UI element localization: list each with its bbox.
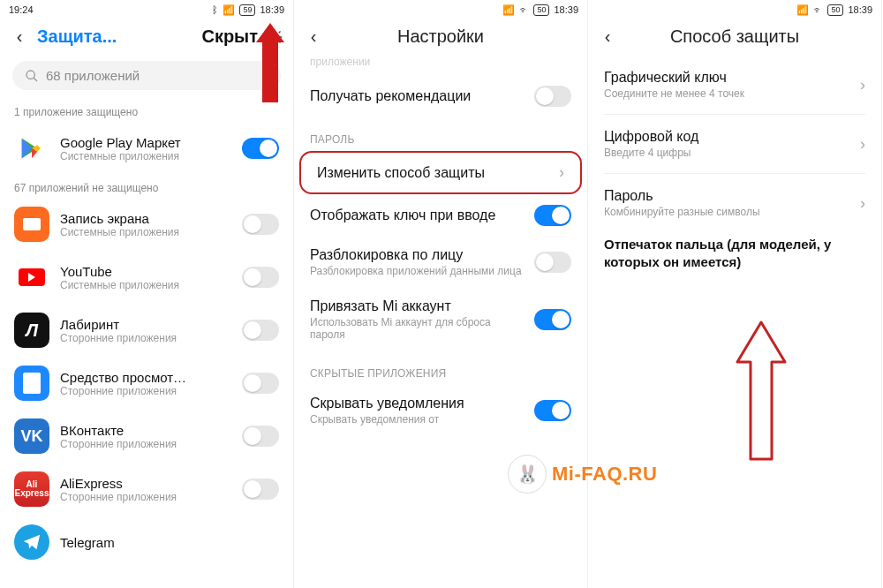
row-bind-mi[interactable]: Привязать Mi аккаунт Использовать Mi акк… — [294, 288, 587, 351]
setting-title: Отображать ключ при вводе — [310, 207, 525, 223]
toggle[interactable] — [242, 373, 279, 394]
back-icon[interactable]: ‹ — [597, 26, 618, 47]
battery-indicator: 50 — [827, 4, 843, 16]
chevron-right-icon: › — [860, 135, 865, 154]
page-title: Настройки — [331, 26, 550, 47]
app-title: ВКонтакте — [60, 423, 231, 438]
gear-icon[interactable] — [265, 27, 284, 47]
panel-settings: 📶 ᯤ 50 18:39 ‹ Настройки приложении Полу… — [294, 0, 588, 588]
toggle[interactable] — [242, 320, 279, 341]
setting-title: Изменить способ защиты — [317, 165, 550, 181]
row-recommendations[interactable]: Получать рекомендации — [294, 75, 587, 117]
panel-protection-method: 📶 ᯤ 50 18:39 ‹ Способ защиты Графический… — [588, 0, 882, 588]
header: ‹ Защита... Скрыт — [0, 19, 293, 56]
signal-icon: 📶 — [796, 4, 809, 16]
header: ‹ Способ защиты — [588, 19, 881, 56]
google-play-icon — [14, 131, 49, 166]
toggle[interactable] — [534, 252, 571, 273]
bluetooth-icon: ᛒ — [212, 4, 218, 15]
faded-prev-text: приложении — [294, 56, 587, 75]
status-time-right: 18:39 — [554, 4, 578, 15]
doc-icon — [14, 366, 49, 401]
svg-point-0 — [273, 34, 277, 39]
method-pattern[interactable]: Графический ключ Соедините не менее 4 то… — [588, 56, 881, 114]
youtube-icon — [14, 260, 49, 295]
app-row-viewer[interactable]: Средство просмот… Сторонние приложения — [0, 357, 293, 410]
app-title: Средство просмот… — [60, 370, 231, 385]
app-title: Лабиринт — [60, 317, 231, 332]
setting-title: Разблокировка по лицу — [310, 247, 525, 263]
app-row-labirint[interactable]: Л Лабиринт Сторонние приложения — [0, 304, 293, 357]
method-sub: Комбинируйте разные символы — [604, 206, 860, 218]
back-icon[interactable]: ‹ — [303, 26, 324, 47]
method-password[interactable]: Пароль Комбинируйте разные символы › — [588, 174, 881, 232]
app-row-vk[interactable]: VK ВКонтакте Сторонние приложения — [0, 410, 293, 463]
app-row-aliexpress[interactable]: AliExpress AliExpress Сторонние приложен… — [0, 463, 293, 516]
status-bar: 📶 ᯤ 50 18:39 — [294, 0, 587, 19]
search-placeholder: 68 приложений — [46, 68, 140, 83]
status-bar: 📶 ᯤ 50 18:39 — [588, 0, 881, 19]
telegram-icon — [14, 524, 49, 560]
protected-caption: 1 приложение защищено — [0, 99, 293, 122]
battery-indicator: 59 — [239, 4, 255, 16]
chevron-right-icon: › — [559, 163, 564, 182]
toggle[interactable] — [534, 86, 571, 107]
status-bar: 19:24 ᛒ 📶 59 18:39 — [0, 0, 293, 19]
toggle[interactable] — [534, 205, 571, 226]
row-change-method[interactable]: Изменить способ защиты › — [301, 153, 580, 192]
setting-title: Получать рекомендации — [310, 88, 525, 104]
status-time-right: 18:39 — [260, 4, 284, 15]
status-time-left: 19:24 — [9, 4, 34, 15]
section-hidden-apps: СКРЫТЫЕ ПРИЛОЖЕНИЯ — [294, 351, 587, 385]
app-title: Google Play Маркет — [60, 135, 231, 150]
app-row-screen-recorder[interactable]: Запись экрана Системные приложения — [0, 198, 293, 251]
aliexpress-icon: AliExpress — [14, 471, 49, 507]
setting-sub: Использовать Mi аккаунт для сброса парол… — [310, 316, 525, 341]
app-row-google-play[interactable]: Google Play Маркет Системные приложения — [0, 122, 293, 175]
screen-recorder-icon — [14, 207, 49, 242]
toggle[interactable] — [242, 426, 279, 447]
unprotected-caption: 67 приложений не защищено — [0, 175, 293, 198]
back-icon[interactable]: ‹ — [9, 26, 30, 47]
method-sub: Введите 4 цифры — [604, 147, 860, 159]
search-input[interactable]: 68 приложений — [12, 61, 281, 90]
signal-icon: 📶 — [502, 4, 515, 16]
app-sub: Системные приложения — [60, 279, 231, 291]
app-title: AliExpress — [60, 476, 231, 491]
tab-protect[interactable]: Защита... — [37, 26, 194, 47]
app-sub: Сторонние приложения — [60, 385, 231, 397]
app-sub: Системные приложения — [60, 150, 231, 162]
page-title: Способ защиты — [625, 26, 844, 47]
tab-hide[interactable]: Скрыт — [201, 26, 258, 47]
setting-title: Привязать Mi аккаунт — [310, 298, 525, 314]
section-password: ПАРОЛЬ — [294, 117, 587, 151]
row-hide-notifications[interactable]: Скрывать уведомления Скрывать уведомлени… — [294, 385, 587, 436]
method-pin[interactable]: Цифровой код Введите 4 цифры › — [588, 115, 881, 173]
header: ‹ Настройки — [294, 19, 587, 56]
method-title: Пароль — [604, 188, 860, 204]
toggle[interactable] — [242, 479, 279, 500]
setting-title: Скрывать уведомления — [310, 396, 525, 411]
chevron-right-icon: › — [860, 76, 865, 94]
app-title: Telegram — [60, 535, 279, 550]
app-row-youtube[interactable]: YouTube Системные приложения — [0, 251, 293, 304]
toggle[interactable] — [242, 138, 279, 159]
search-icon — [25, 69, 39, 83]
row-face-unlock[interactable]: Разблокировка по лицу Разблокировка прил… — [294, 237, 587, 288]
toggle[interactable] — [242, 267, 279, 288]
app-sub: Системные приложения — [60, 226, 231, 238]
toggle[interactable] — [242, 214, 279, 235]
toggle[interactable] — [534, 309, 571, 330]
labirint-icon: Л — [14, 313, 49, 348]
status-time-right: 18:39 — [848, 4, 872, 15]
wifi-icon: ᯤ — [519, 4, 529, 15]
annotation-highlight-change-method: Изменить способ защиты › — [299, 151, 582, 194]
toggle[interactable] — [534, 400, 571, 421]
wifi-icon: ᯤ — [813, 4, 823, 15]
row-show-key[interactable]: Отображать ключ при вводе — [294, 194, 587, 237]
app-row-telegram[interactable]: Telegram — [0, 516, 293, 569]
setting-sub: Разблокировка приложений данными лица — [310, 265, 525, 277]
svg-point-1 — [26, 71, 34, 79]
battery-indicator: 50 — [533, 4, 549, 16]
chevron-right-icon: › — [860, 194, 865, 213]
